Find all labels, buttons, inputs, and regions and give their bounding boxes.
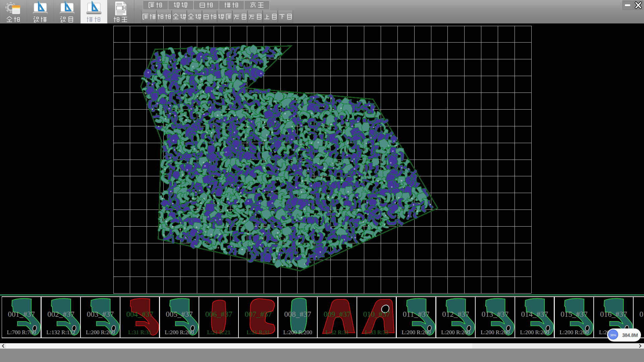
svg-text:L:132 R:132: L:132 R:132 xyxy=(46,329,75,336)
svg-text:006_#37: 006_#37 xyxy=(205,310,232,318)
svg-text:012_#37: 012_#37 xyxy=(442,310,469,318)
svg-text:L:200 R:200: L:200 R:200 xyxy=(401,329,430,336)
svg-text:003_#37: 003_#37 xyxy=(87,310,114,318)
svg-text:013_#37: 013_#37 xyxy=(482,310,509,318)
svg-text:0: 0 xyxy=(639,310,643,318)
svg-text:L:200 R:200: L:200 R:200 xyxy=(520,329,549,336)
svg-text:014_#37: 014_#37 xyxy=(521,310,548,318)
svg-text:016_#37: 016_#37 xyxy=(600,310,627,318)
svg-text:L:200 R:200: L:200 R:200 xyxy=(559,329,588,336)
svg-text:L:33 R:33: L:33 R:33 xyxy=(365,329,388,336)
svg-text:010_#37: 010_#37 xyxy=(363,310,390,318)
svg-text:L:200 R:200: L:200 R:200 xyxy=(86,329,115,336)
svg-text:002_#37: 002_#37 xyxy=(47,310,74,318)
svg-text:001_#37: 001_#37 xyxy=(8,310,35,318)
svg-text:L:21 R:21: L:21 R:21 xyxy=(207,329,230,336)
svg-text:011_#37: 011_#37 xyxy=(403,310,430,318)
svg-text:007_#37: 007_#37 xyxy=(245,310,272,318)
svg-text:L:700 R:700: L:700 R:700 xyxy=(7,329,36,336)
svg-text:L:200 R:200: L:200 R:200 xyxy=(441,329,470,336)
svg-text:L:32 R:31: L:32 R:31 xyxy=(326,329,349,336)
svg-text:L:200 R:200: L:200 R:200 xyxy=(165,329,194,336)
svg-text:L:200 R:200: L:200 R:200 xyxy=(283,329,312,336)
svg-text:L:200 R:200: L:200 R:200 xyxy=(481,329,509,336)
svg-text:009_#37: 009_#37 xyxy=(324,310,351,318)
svg-text:015_#37: 015_#37 xyxy=(560,310,588,318)
svg-text:008_#37: 008_#37 xyxy=(284,310,311,318)
svg-text:L:31 R:31: L:31 R:31 xyxy=(128,329,151,336)
svg-text:L:31 R:31: L:31 R:31 xyxy=(247,329,270,336)
svg-text:005_#37: 005_#37 xyxy=(166,310,193,318)
svg-text:004_#37: 004_#37 xyxy=(126,310,154,318)
